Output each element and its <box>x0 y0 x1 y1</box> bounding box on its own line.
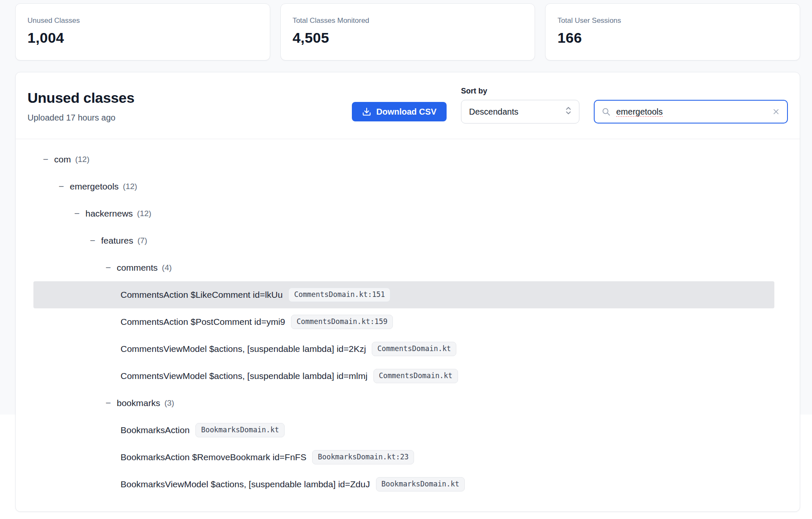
tree-node-count: (4) <box>162 263 172 272</box>
upload-timestamp: Uploaded 17 hours ago <box>27 113 134 123</box>
file-reference-badge: BookmarksDomain.kt <box>195 423 284 437</box>
tree-row[interactable]: BookmarksAction BookmarksDomain.kt <box>33 417 774 444</box>
page-title: Unused classes <box>27 90 134 106</box>
tree-node-count: (3) <box>165 398 174 408</box>
tree-row[interactable]: − emergetools (12) <box>33 173 774 200</box>
stat-value: 4,505 <box>293 30 523 46</box>
tree-row[interactable]: BookmarksAction $RemoveBookmark id=FnFS … <box>33 444 774 471</box>
panel-header-left: Unused classes Uploaded 17 hours ago <box>27 90 134 123</box>
download-csv-label: Download CSV <box>376 107 436 117</box>
tree-row[interactable]: BookmarksViewModel $actions, [suspendabl… <box>33 471 774 498</box>
tree-row[interactable]: − features (7) <box>33 227 774 254</box>
download-csv-button[interactable]: Download CSV <box>352 102 447 121</box>
panel-controls: Download CSV Sort by Descendants <box>352 87 788 124</box>
collapse-toggle-icon[interactable]: − <box>105 398 112 408</box>
collapse-toggle-icon[interactable]: − <box>89 236 96 245</box>
tree-row[interactable]: CommentsViewModel $actions, [suspendable… <box>33 362 774 390</box>
file-reference-badge: BookmarksDomain.kt:23 <box>312 450 414 464</box>
collapse-toggle-icon[interactable]: − <box>74 209 80 218</box>
tree-node-label: comments <box>117 263 158 273</box>
stat-value: 166 <box>557 30 788 46</box>
tree-node-label: bookmarks <box>117 398 160 408</box>
unused-classes-tree: − com (12) − emergetools (12) − hackerne… <box>16 139 800 511</box>
tree-row[interactable]: CommentsViewModel $actions, [suspendable… <box>33 335 774 362</box>
file-reference-badge: BookmarksDomain.kt <box>376 477 465 491</box>
panel-header: Unused classes Uploaded 17 hours ago Dow… <box>16 72 800 139</box>
file-reference-badge: CommentsDomain.kt <box>372 342 456 356</box>
unused-classes-panel: Unused classes Uploaded 17 hours ago Dow… <box>15 72 800 512</box>
stat-card-total-user-sessions: Total User Sessions 166 <box>545 3 800 60</box>
tree-node-label: BookmarksAction $RemoveBookmark id=FnFS <box>121 452 306 462</box>
tree-node-label: CommentsViewModel $actions, [suspendable… <box>121 371 368 381</box>
tree-row[interactable]: − comments (4) <box>33 254 774 281</box>
search-input[interactable] <box>615 107 772 117</box>
stat-label: Unused Classes <box>27 16 258 25</box>
tree-node-count: (7) <box>137 236 147 245</box>
tree-node-label: com <box>54 154 71 165</box>
file-reference-badge: CommentsDomain.kt <box>373 369 458 383</box>
collapse-toggle-icon[interactable]: − <box>105 263 112 272</box>
page-content: Unused Classes 1,004 Total Classes Monit… <box>0 0 812 512</box>
tree-row[interactable]: − bookmarks (3) <box>33 390 774 417</box>
sort-select-value: Descendants <box>469 107 518 117</box>
tree-node-label: CommentsAction $PostComment id=ymi9 <box>121 317 285 327</box>
tree-node-label: CommentsViewModel $actions, [suspendable… <box>121 344 366 354</box>
file-reference-badge: CommentsDomain.kt:151 <box>288 288 390 302</box>
sort-by-label: Sort by <box>461 87 579 96</box>
tree-node-count: (12) <box>137 209 151 218</box>
chevron-up-down-icon <box>565 106 572 118</box>
stat-card-total-classes-monitored: Total Classes Monitored 4,505 <box>280 3 535 60</box>
stat-value: 1,004 <box>27 30 258 46</box>
search-icon <box>601 107 611 116</box>
tree-row[interactable]: CommentsAction $PostComment id=ymi9 Comm… <box>33 308 774 335</box>
tree-node-label: hackernews <box>85 209 133 219</box>
tree-row[interactable]: − com (12) <box>33 146 774 173</box>
tree-node-label: BookmarksViewModel $actions, [suspendabl… <box>121 479 370 489</box>
tree-row[interactable]: − hackernews (12) <box>33 200 774 227</box>
download-icon <box>362 107 371 116</box>
tree-node-label: CommentsAction $LikeComment id=lkUu <box>121 290 283 300</box>
tree-node-count: (12) <box>75 155 90 164</box>
sort-by-group: Sort by Descendants <box>461 87 579 124</box>
sort-select[interactable]: Descendants <box>461 100 579 124</box>
stats-row: Unused Classes 1,004 Total Classes Monit… <box>15 3 800 60</box>
clear-search-icon[interactable] <box>772 107 780 116</box>
tree-node-count: (12) <box>123 182 137 191</box>
collapse-toggle-icon[interactable]: − <box>58 182 65 191</box>
stat-label: Total Classes Monitored <box>293 16 523 25</box>
tree-node-label: BookmarksAction <box>121 425 189 435</box>
search-box <box>594 100 788 124</box>
tree-node-label: emergetools <box>70 181 119 192</box>
collapse-toggle-icon[interactable]: − <box>42 155 49 164</box>
tree-row[interactable]: CommentsAction $LikeComment id=lkUu Comm… <box>33 281 774 308</box>
file-reference-badge: CommentsDomain.kt:159 <box>291 315 393 329</box>
stat-card-unused-classes: Unused Classes 1,004 <box>15 3 270 60</box>
stat-label: Total User Sessions <box>557 16 788 25</box>
tree-node-label: features <box>101 236 133 246</box>
